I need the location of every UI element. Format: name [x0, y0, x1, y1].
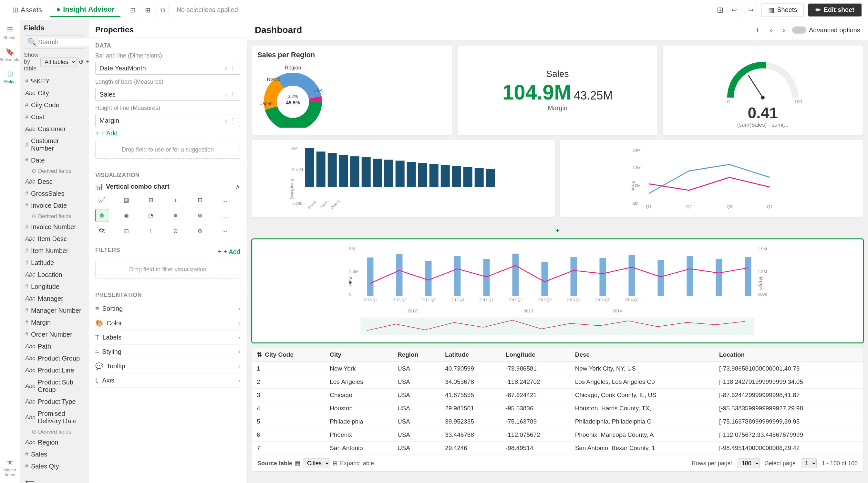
field-item-product-sub-group[interactable]: AbcProduct Sub Group [24, 376, 85, 396]
field-item-item-number[interactable]: #Item Number [24, 245, 85, 257]
viz-waterfall-icon[interactable]: ↕ [169, 193, 182, 206]
col-latitude[interactable]: Latitude [440, 348, 501, 362]
viz-button-icon[interactable]: ⊙ [169, 224, 182, 238]
field-item-customer-number[interactable]: #Customer Number [24, 135, 85, 154]
add-chart-btn[interactable]: + [752, 24, 763, 36]
col-desc[interactable]: Desc [570, 348, 715, 362]
field-item-product-group[interactable]: AbcProduct Group [24, 353, 85, 364]
field-item-key[interactable]: #%KEY [24, 75, 85, 87]
tool-icon-btn[interactable]: ⧉ [157, 4, 169, 16]
field-item-invoice-number[interactable]: #Invoice Number [24, 221, 85, 233]
viz-filter-icon[interactable]: ⊟ [120, 224, 133, 238]
sorting-item[interactable]: ≡ Sorting › [95, 302, 240, 316]
fields-search-box[interactable]: 🔍 [24, 35, 85, 49]
tab-assets[interactable]: ⊞ Assets [6, 3, 48, 17]
col-city-code[interactable]: ⇅ City Code [252, 348, 325, 362]
viz-line-icon[interactable]: 📈 [95, 193, 108, 206]
table-row[interactable]: 5 Philadelphia USA 39.952335 -75.163789 … [252, 415, 863, 428]
length-bars-field[interactable]: Sales › ⋮ [95, 88, 240, 101]
next-btn[interactable]: › [779, 24, 788, 36]
field-item-cost[interactable]: #Cost [24, 111, 85, 123]
col-city[interactable]: City [325, 348, 393, 362]
table-row[interactable]: 4 Houston USA 29.981501 -95.53836 Housto… [252, 402, 863, 415]
field-item-manager[interactable]: AbcManager [24, 293, 85, 305]
viz-pie-icon[interactable]: ◉ [120, 209, 133, 222]
field-item-path[interactable]: AbcPath [24, 340, 85, 353]
redo-icon-btn[interactable]: ↪ [745, 4, 757, 16]
prev-btn[interactable]: ‹ [767, 24, 775, 36]
select-icon-btn[interactable]: ⊞ [142, 4, 154, 16]
chevron-right-icon-3[interactable]: › [225, 117, 227, 124]
axis-item[interactable]: L Axis › [95, 373, 240, 388]
viz-bar-icon[interactable]: ▦ [120, 193, 133, 206]
viz-extra-icon[interactable]: ··· [218, 224, 231, 238]
field-item-region[interactable]: AbcRegion [24, 436, 85, 448]
field-item-product-type[interactable]: AbcProduct Type [24, 396, 85, 408]
bar-line-dim-field[interactable]: Date.YearMonth › ⋮ [95, 62, 240, 74]
viz-chevron-icon[interactable]: ∧ [236, 183, 240, 190]
field-item-customer[interactable]: AbcCustomer [24, 123, 85, 135]
viz-table-icon[interactable]: ≡ [169, 209, 182, 222]
field-item-invoice-date[interactable]: #Invoice Date [24, 200, 85, 212]
more-icon-2[interactable]: ⋮ [229, 90, 236, 98]
rows-per-page-select[interactable]: 100 [738, 458, 760, 468]
field-item-location[interactable]: AbcLocation [24, 269, 85, 281]
toggle-switch[interactable] [792, 27, 806, 34]
field-item-desc[interactable]: AbcDesc [24, 176, 85, 188]
tab-insight-advisor[interactable]: ● Insight Advisor [51, 3, 120, 17]
source-table-select[interactable]: Cities [303, 458, 330, 468]
refresh-icon[interactable]: ↺ [79, 58, 84, 66]
chevron-right-icon[interactable]: › [225, 65, 227, 72]
chevron-right-icon-2[interactable]: › [225, 91, 227, 98]
field-item-sales[interactable]: #Sales [24, 448, 85, 460]
color-item[interactable]: 🎨 Color › [95, 316, 240, 331]
add-chart-row-button[interactable]: + [252, 222, 863, 239]
add-filter-button[interactable]: + + Add [218, 248, 240, 255]
lasso-icon-btn[interactable]: ⊡ [127, 4, 139, 16]
field-item-product-line[interactable]: AbcProduct Line [24, 364, 85, 376]
field-item-gross-sales[interactable]: #GrossSales [24, 188, 85, 200]
viz-combo-icon[interactable]: ⟰ [95, 209, 108, 222]
field-item-item-desc[interactable]: AbcItem Desc [24, 233, 85, 245]
sidebar-tab-fields[interactable]: ⊞ Fields [1, 66, 19, 87]
field-item-manager-number[interactable]: #Manager Number [24, 305, 85, 316]
styling-item[interactable]: ≈ Styling › [95, 345, 240, 359]
field-item-city[interactable]: AbcCity [24, 87, 85, 99]
table-row[interactable]: 6 Phoenix USA 33.446768 -112.075672 Phoe… [252, 428, 863, 442]
add-table-icon[interactable]: + [86, 58, 89, 66]
field-item-margin[interactable]: #Margin [24, 316, 85, 329]
viz-pivot-icon[interactable]: ⊗ [194, 209, 207, 222]
table-row[interactable]: 2 Los Angeles USA 34.053678 -118.242702 … [252, 375, 863, 389]
field-item-city-code[interactable]: #City Code [24, 99, 85, 111]
viz-custom-icon[interactable]: ⊕ [194, 224, 207, 238]
advanced-options-toggle[interactable]: Advanced options [792, 27, 860, 34]
sidebar-tab-master-items[interactable]: ★ Master Items [1, 455, 19, 480]
sidebar-tab-sheets[interactable]: ☰ Sheets [1, 23, 19, 43]
collapse-sidebar-btn[interactable]: ⟵ [24, 475, 85, 483]
more-icon[interactable]: ⋮ [229, 64, 236, 72]
height-line-field[interactable]: Margin › ⋮ [95, 114, 240, 127]
field-item-longitude[interactable]: #Longitude [24, 281, 85, 293]
col-location[interactable]: Location [715, 348, 863, 362]
field-item-promised-delivery-date[interactable]: AbcPromised Delivery Date [24, 408, 85, 427]
table-row[interactable]: 1 New York USA 40.730599 -73.986581 New … [252, 362, 863, 375]
field-item-latitude[interactable]: #Latitude [24, 257, 85, 269]
viz-treemap-icon[interactable]: ⊞ [144, 193, 157, 206]
col-longitude[interactable]: Longitude [501, 348, 570, 362]
sidebar-tab-bookmarks[interactable]: 🔖 Bookmarks [1, 44, 19, 65]
viz-dots-icon[interactable]: … [218, 209, 231, 222]
tooltip-item[interactable]: 💬 Tooltip › [95, 359, 240, 373]
grid-icon[interactable]: ⊞ [717, 5, 723, 14]
table-row[interactable]: 7 San Antonio USA 29.4246 -98.49514 San … [252, 442, 863, 455]
sheets-button[interactable]: ▦ Sheets [762, 3, 804, 17]
all-tables-select[interactable]: All tables [40, 57, 76, 67]
field-item-order-number[interactable]: #Order Number [24, 329, 85, 340]
labels-item[interactable]: T Labels › [95, 331, 240, 345]
viz-text-icon[interactable]: T [144, 224, 157, 238]
viz-more-icon[interactable]: ... [218, 193, 231, 206]
table-row[interactable]: 3 Chicago USA 41.875555 -87.624421 Chica… [252, 389, 863, 402]
undo-icon-btn[interactable]: ↩ [728, 4, 740, 16]
viz-gauge-icon[interactable]: ◔ [144, 209, 157, 222]
select-page-select[interactable]: 1 [801, 458, 817, 468]
fields-search-input[interactable] [38, 38, 89, 46]
